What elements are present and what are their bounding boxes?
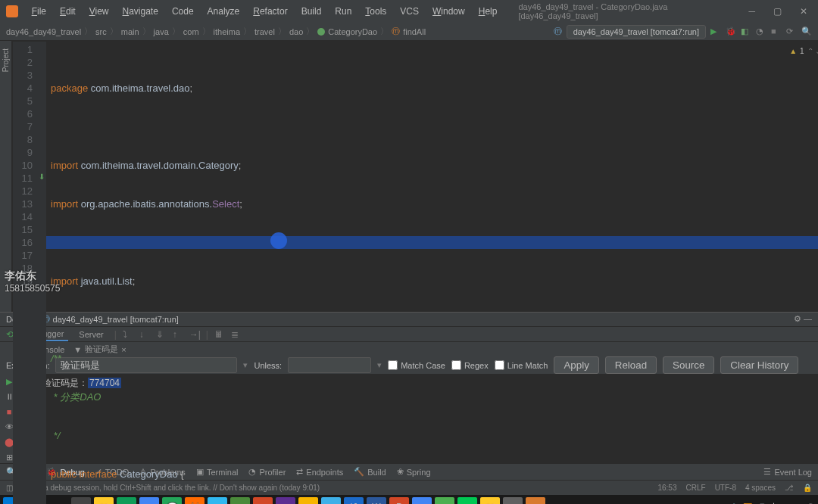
warning-icon: ▲ [789,45,797,58]
window-title: day46_day49_travel - CategoryDao.java [d… [518,2,744,20]
close-button[interactable]: ✕ [795,5,812,18]
menu-code[interactable]: Code [166,3,200,20]
crumb[interactable]: CategoryDao [328,27,377,36]
menu-file[interactable]: FFileile [26,3,52,20]
gutter-glyphs[interactable]: ⬇ [37,42,46,504]
menu-run[interactable]: Run [329,3,357,20]
crumb[interactable]: com [183,27,199,36]
menu-window[interactable]: Window [426,3,471,20]
tool-window-button[interactable]: ◫ [6,484,13,492]
inspection-indicator[interactable]: ▲ 1 ⌃ ⌄ [789,45,818,58]
menu-edit[interactable]: Edit [54,3,82,20]
code-editor[interactable]: 12345678910111213141516171819 ⬇ package … [13,42,818,504]
implements-icon[interactable]: ⬇ [37,170,46,183]
run-button[interactable]: ▶ [710,26,721,37]
maven-icon: ⓜ [554,26,562,37]
profile-button[interactable]: ◔ [756,26,766,37]
run-config-selector[interactable]: day46_day49_travel [tomcat7:run] [567,25,706,39]
main-area: Project Project ▾ ⚙ ⋮ ▾day46_day49_trave… [0,41,818,312]
menu-tools[interactable]: Tools [359,3,392,20]
left-tool-stripe: Project [0,41,12,312]
window-controls: ─ ▢ ✕ [744,5,812,18]
current-line-highlight [46,236,818,249]
line-gutter[interactable]: 12345678910111213141516171819 [13,42,37,504]
main-menu: FFileile Edit View Navigate Code Analyze… [26,3,504,20]
stop-button[interactable]: ■ [771,26,782,37]
title-bar: FFileile Edit View Navigate Code Analyze… [0,0,818,23]
editor-pane: applicationContext.xml× UserServiceImpl.… [13,41,818,312]
maximize-button[interactable]: ▢ [769,5,786,18]
cursor-highlight-icon [270,232,287,249]
update-button[interactable]: ⟳ [786,26,797,37]
method-icon: ⓜ [392,26,400,37]
menu-view[interactable]: View [83,3,115,20]
menu-build[interactable]: Build [295,3,328,20]
menu-navigate[interactable]: Navigate [117,3,164,20]
search-everywhere-button[interactable]: 🔍 [801,26,812,37]
crumb[interactable]: src [95,27,107,36]
intellij-logo-icon [6,5,18,17]
crumb[interactable]: day46_day49_travel [6,27,81,36]
crumb[interactable]: dao [289,27,303,36]
minimize-button[interactable]: ─ [744,5,760,18]
menu-refactor[interactable]: Refactor [247,3,293,20]
crumb[interactable]: findAll [403,27,426,36]
interface-icon [317,28,325,36]
crumb[interactable]: main [121,27,139,36]
coverage-button[interactable]: ◧ [741,26,751,37]
run-config-controls: ⓜ day46_day49_travel [tomcat7:run] ▶ 🐞 ◧… [554,25,812,39]
project-tool-tab[interactable]: Project [0,45,11,75]
menu-help[interactable]: Help [473,3,504,20]
breadcrumb: day46_day49_travel〉 src〉 main〉 java〉 com… [6,26,426,37]
code-content[interactable]: package com.itheima.travel.dao; import c… [46,42,818,504]
menu-vcs[interactable]: VCS [394,3,425,20]
crumb[interactable]: itheima [214,27,240,36]
debug-button[interactable]: 🐞 [726,26,736,37]
crumb[interactable]: java [154,27,169,36]
crumb[interactable]: travel [254,27,275,36]
navigation-bar: day46_day49_travel〉 src〉 main〉 java〉 com… [0,23,818,41]
menu-analyze[interactable]: Analyze [201,3,246,20]
